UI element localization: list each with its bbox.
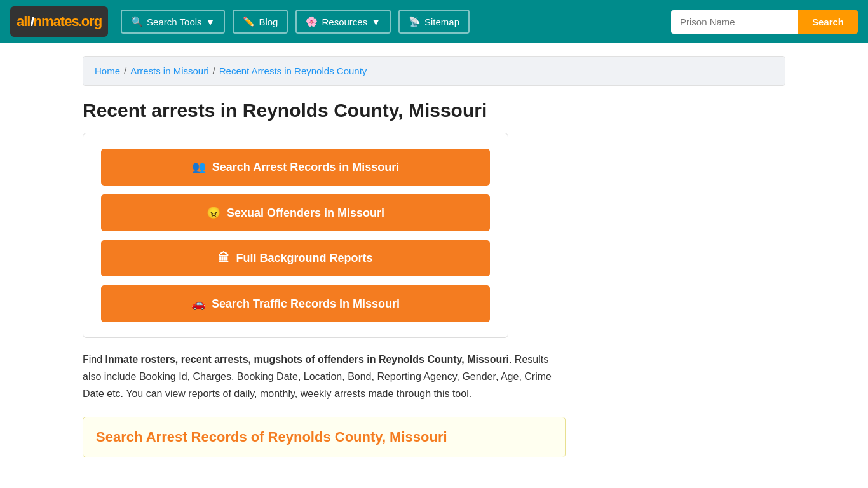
logo[interactable]: allInmates.org <box>10 6 108 37</box>
description-paragraph: Find Inmate rosters, recent arrests, mug… <box>83 351 566 403</box>
search-traffic-records-label: Search Traffic Records In Missouri <box>212 297 400 311</box>
search-arrest-records-button[interactable]: 👥 Search Arrest Records in Missouri <box>101 149 490 186</box>
building-icon: 🏛 <box>218 252 229 265</box>
description-bold: Inmate rosters, recent arrests, mugshots… <box>105 354 509 365</box>
search-icon: 🔍 <box>131 16 143 27</box>
header-search: Search <box>671 10 858 34</box>
description-intro: Find <box>83 354 105 365</box>
nav-search-tools-label: Search Tools <box>147 17 201 27</box>
header: allInmates.org 🔍 Search Tools ▼ ✏️ Blog … <box>0 0 868 43</box>
main-content: Recent arrests in Reynolds County, Misso… <box>83 86 785 458</box>
full-background-reports-button[interactable]: 🏛 Full Background Reports <box>101 240 490 276</box>
page-title: Recent arrests in Reynolds County, Misso… <box>83 100 785 121</box>
people-icon: 👥 <box>192 160 206 174</box>
sexual-offenders-button[interactable]: 😠 Sexual Offenders in Missouri <box>101 194 490 231</box>
sitemap-icon: 📡 <box>409 16 421 27</box>
nav-sitemap-label: Sitemap <box>424 17 459 27</box>
breadcrumb-home[interactable]: Home <box>95 65 120 76</box>
breadcrumb-sep-2: / <box>213 65 215 76</box>
nav-resources-label: Resources <box>322 17 367 27</box>
breadcrumb-current: Recent Arrests in Reynolds County <box>219 65 367 76</box>
offender-icon: 😠 <box>207 206 220 220</box>
resources-icon: 🌸 <box>306 16 318 27</box>
sexual-offenders-label: Sexual Offenders in Missouri <box>227 207 384 220</box>
section-box: Search Arrest Records of Reynolds County… <box>83 417 566 458</box>
breadcrumb: Home / Arrests in Missouri / Recent Arre… <box>83 56 785 86</box>
nav-search-tools[interactable]: 🔍 Search Tools ▼ <box>121 10 225 34</box>
chevron-down-icon: ▼ <box>206 17 215 27</box>
action-card: 👥 Search Arrest Records in Missouri 😠 Se… <box>83 133 508 338</box>
car-icon: 🚗 <box>191 297 205 311</box>
search-arrest-records-label: Search Arrest Records in Missouri <box>212 161 399 174</box>
nav-sitemap[interactable]: 📡 Sitemap <box>398 10 470 34</box>
breadcrumb-arrests-missouri[interactable]: Arrests in Missouri <box>130 65 208 76</box>
nav-blog-label: Blog <box>259 17 278 27</box>
nav-blog[interactable]: ✏️ Blog <box>233 10 288 34</box>
blog-icon: ✏️ <box>243 16 255 27</box>
chevron-down-icon-resources: ▼ <box>371 17 381 27</box>
prison-search-input[interactable] <box>671 10 798 34</box>
prison-search-button[interactable]: Search <box>798 10 858 34</box>
prison-search-label: Search <box>812 17 844 27</box>
breadcrumb-sep-1: / <box>124 65 126 76</box>
search-traffic-records-button[interactable]: 🚗 Search Traffic Records In Missouri <box>101 285 490 322</box>
section-box-title: Search Arrest Records of Reynolds County… <box>96 429 552 445</box>
full-background-reports-label: Full Background Reports <box>236 252 372 265</box>
nav-resources[interactable]: 🌸 Resources ▼ <box>295 10 391 34</box>
